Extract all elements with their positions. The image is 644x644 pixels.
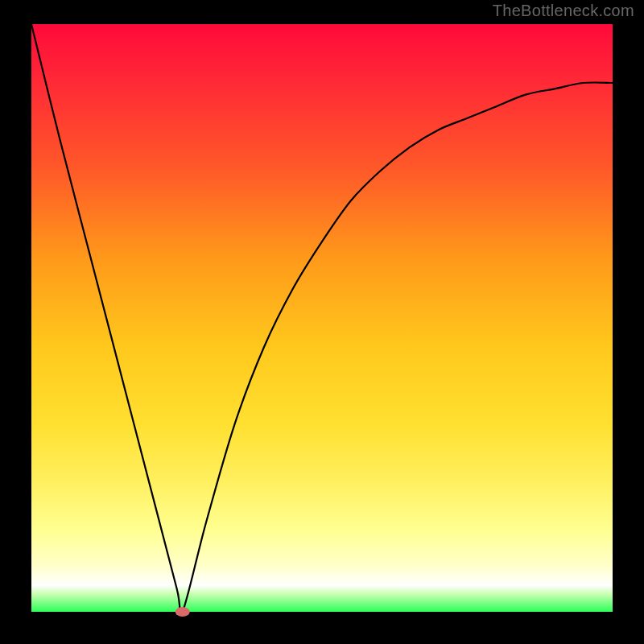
heat-gradient-area [31, 24, 613, 612]
optimum-marker [175, 607, 190, 617]
chart-svg [0, 0, 644, 644]
chart-frame: TheBottleneck.com [0, 0, 644, 644]
